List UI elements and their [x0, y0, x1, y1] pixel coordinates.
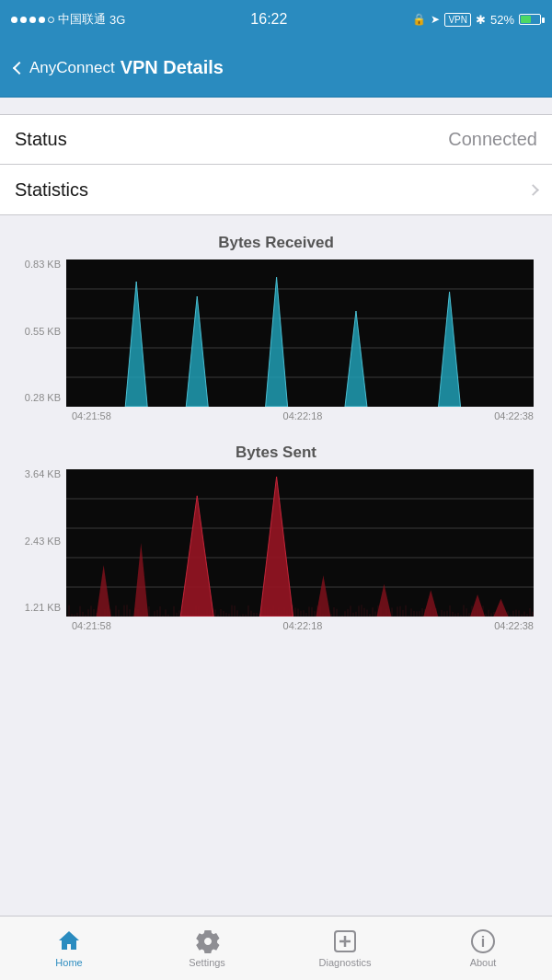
location-icon: ➤ — [431, 13, 440, 26]
tab-diagnostics[interactable]: Diagnostics — [276, 917, 414, 980]
x-label-2: 04:22:18 — [283, 410, 323, 421]
dot1 — [11, 17, 17, 23]
battery-fill — [521, 16, 531, 23]
battery-percent: 52% — [490, 13, 514, 27]
bytes-received-title: Bytes Received — [18, 234, 534, 252]
top-separator — [0, 98, 552, 114]
bytes-sent-canvas-wrapper — [66, 469, 534, 617]
sent-x-label-3: 04:22:38 — [494, 620, 534, 631]
tab-about-label: About — [470, 957, 497, 968]
tab-home[interactable]: Home — [0, 917, 138, 980]
tab-settings-label: Settings — [189, 957, 225, 968]
back-button[interactable]: AnyConnect — [15, 59, 115, 77]
y-label-bot: 0.28 KB — [25, 393, 61, 403]
status-time: 16:22 — [250, 11, 287, 28]
dot5 — [48, 17, 54, 23]
status-value: Connected — [448, 129, 537, 150]
home-icon — [56, 928, 82, 954]
battery-icon — [519, 14, 541, 25]
tab-home-label: Home — [55, 957, 82, 968]
bytes-sent-y-axis: 3.64 KB 2.43 KB 1.21 KB — [18, 469, 66, 617]
main-list-section: Status Connected Statistics — [0, 114, 552, 215]
status-row: Status Connected — [0, 115, 552, 165]
bytes-received-canvas — [66, 259, 534, 407]
charts-area: Bytes Received 0.83 KB 0.55 KB 0.28 KB 0… — [0, 215, 552, 644]
network-type: 3G — [109, 13, 125, 27]
status-label: Status — [15, 129, 67, 150]
sent-x-label-1: 04:21:58 — [72, 620, 111, 631]
y-label-top: 0.83 KB — [25, 259, 61, 270]
signal-dots — [11, 17, 54, 23]
bytes-sent-body: 3.64 KB 2.43 KB 1.21 KB — [18, 469, 534, 617]
sent-y-label-mid: 2.43 KB — [25, 536, 61, 547]
sent-y-label-bot: 1.21 KB — [25, 603, 61, 613]
chevron-left-icon — [13, 61, 26, 74]
x-label-1: 04:21:58 — [72, 410, 111, 421]
vpn-badge: VPN — [444, 13, 471, 27]
settings-icon — [194, 928, 220, 954]
bytes-received-wrapper: 0.83 KB 0.55 KB 0.28 KB 04:21:58 04:22:1… — [18, 259, 534, 434]
x-label-3: 04:22:38 — [494, 410, 534, 421]
status-left: 中国联通 3G — [11, 11, 125, 28]
statistics-chevron-icon — [527, 184, 539, 196]
tab-about[interactable]: i About — [414, 917, 552, 980]
tab-bar: Home Settings Diagnostics i About — [0, 916, 552, 980]
statistics-label: Statistics — [15, 179, 88, 201]
bytes-sent-canvas — [66, 469, 534, 617]
sent-y-label-top: 3.64 KB — [25, 469, 61, 479]
back-label: AnyConnect — [29, 59, 115, 77]
nav-title: VPN Details — [121, 57, 224, 78]
bytes-received-y-axis: 0.83 KB 0.55 KB 0.28 KB — [18, 259, 66, 407]
svg-text:i: i — [481, 934, 485, 950]
tab-diagnostics-label: Diagnostics — [319, 957, 372, 968]
statistics-row[interactable]: Statistics — [0, 165, 552, 214]
bytes-received-chart: Bytes Received 0.83 KB 0.55 KB 0.28 KB 0… — [0, 225, 552, 434]
dot4 — [39, 17, 45, 23]
lock-icon: 🔒 — [412, 13, 426, 26]
carrier-name: 中国联通 — [58, 11, 106, 28]
bytes-received-canvas-wrapper — [66, 259, 534, 407]
y-label-mid: 0.55 KB — [25, 327, 61, 337]
status-right: 🔒 ➤ VPN ✱ 52% — [412, 13, 541, 27]
about-icon: i — [470, 928, 496, 954]
sent-x-label-2: 04:22:18 — [283, 620, 323, 631]
nav-bar: AnyConnect VPN Details — [0, 39, 552, 98]
bytes-received-x-axis: 04:21:58 04:22:18 04:22:38 — [18, 410, 534, 421]
diagnostics-icon — [332, 928, 358, 954]
bytes-sent-x-axis: 04:21:58 04:22:18 04:22:38 — [18, 620, 534, 631]
bytes-sent-title: Bytes Sent — [18, 444, 534, 462]
tab-settings[interactable]: Settings — [138, 917, 276, 980]
dot2 — [20, 17, 27, 23]
bluetooth-icon: ✱ — [476, 13, 486, 27]
bytes-sent-chart: Bytes Sent 3.64 KB 2.43 KB 1.21 KB 04:21… — [0, 434, 552, 644]
dot3 — [29, 17, 36, 23]
bytes-sent-wrapper: 3.64 KB 2.43 KB 1.21 KB 04:21:58 04:22:1… — [18, 469, 534, 644]
bytes-received-body: 0.83 KB 0.55 KB 0.28 KB — [18, 259, 534, 407]
status-bar: 中国联通 3G 16:22 🔒 ➤ VPN ✱ 52% — [0, 0, 552, 39]
